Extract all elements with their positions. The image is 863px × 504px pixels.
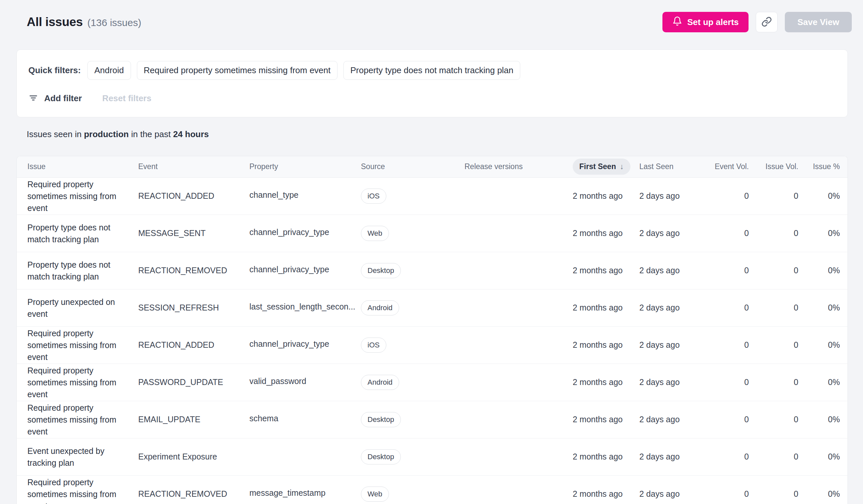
property-label: channel_privacy_type [249,228,329,237]
column-header-issue-vol[interactable]: Issue Vol. [749,156,798,177]
issue-vol-value: 0 [794,303,798,312]
event-vol-value: 0 [744,303,749,312]
issue-pct-value: 0% [828,303,840,312]
last-seen-value: 2 days ago [639,452,679,461]
issue-vol-value: 0 [794,452,798,461]
issue-pct-cell: 0% [798,177,848,215]
event-vol-value: 0 [744,377,749,387]
property-cell: message_timestamp [249,475,361,504]
last-seen-cell: 2 days ago [631,289,689,326]
first-seen-cell: 2 months ago [573,252,631,289]
column-header-source[interactable]: Source [361,156,464,177]
property-label: channel_privacy_type [249,265,329,274]
table-row[interactable]: Required property sometimes missing from… [17,475,848,504]
source-cell: Web [361,215,464,252]
table-row[interactable]: Property type does not match tracking pl… [17,215,848,252]
issue-vol-cell: 0 [749,289,798,326]
reset-filters-button[interactable]: Reset filters [102,93,151,103]
event-vol-cell: 0 [689,438,749,475]
source-cell: Android [361,289,464,326]
issue-vol-cell: 0 [749,177,798,215]
event-vol-cell: 0 [689,289,749,326]
event-vol-cell: 0 [689,215,749,252]
first-seen-value: 2 months ago [573,191,623,201]
issue-pct-value: 0% [828,489,840,499]
release-versions-cell [464,252,573,289]
event-label: REACTION_ADDED [138,191,214,201]
first-seen-value: 2 months ago [573,452,623,461]
first-seen-cell: 2 months ago [573,289,631,326]
last-seen-cell: 2 days ago [631,215,689,252]
first-seen-cell: 2 months ago [573,177,631,215]
issue-label: Property unexpected on event [27,297,115,319]
issue-pct-value: 0% [828,266,840,275]
last-seen-cell: 2 days ago [631,475,689,504]
event-vol-cell: 0 [689,177,749,215]
column-header-property[interactable]: Property [249,156,361,177]
first-seen-cell: 2 months ago [573,475,631,504]
event-cell: REACTION_REMOVED [138,252,249,289]
first-seen-value: 2 months ago [573,377,623,387]
event-vol-cell: 0 [689,401,749,438]
table-row[interactable]: Event unexpected by tracking plan Experi… [17,438,848,475]
issue-label: Property type does not match tracking pl… [27,260,111,281]
source-badge: Android [361,300,399,315]
event-vol-cell: 0 [689,252,749,289]
issue-cell: Required property sometimes missing from… [17,475,138,504]
release-versions-cell [464,215,573,252]
source-badge: Desktop [361,449,401,464]
summary-middle: in the past [131,129,171,139]
event-label: EMAIL_UPDATE [138,415,200,424]
table-row[interactable]: Required property sometimes missing from… [17,177,848,215]
source-badge: Desktop [361,263,401,278]
column-header-release-versions[interactable]: Release versions [464,156,573,177]
release-versions-cell [464,364,573,401]
column-header-event-vol[interactable]: Event Vol. [689,156,749,177]
first-seen-value: 2 months ago [573,303,623,312]
event-label: SESSION_REFRESH [138,303,219,312]
set-up-alerts-button[interactable]: Set up alerts [662,12,749,32]
issue-vol-cell: 0 [749,401,798,438]
issue-label: Required property sometimes missing from… [27,403,116,436]
column-header-issue-pct[interactable]: Issue % [798,156,848,177]
page-title: All issues [27,15,83,29]
source-badge: Desktop [361,412,401,427]
issue-cell: Property unexpected on event [17,289,138,326]
add-filter-button[interactable]: Add filter [28,93,82,104]
first-seen-value: 2 months ago [573,229,623,238]
save-view-button[interactable]: Save View [785,12,852,32]
copy-link-button[interactable] [756,12,778,32]
quick-filter-chip[interactable]: Property type does not match tracking pl… [343,61,520,80]
issue-pct-value: 0% [828,229,840,238]
quick-filter-chip[interactable]: Required property sometimes missing from… [137,61,337,80]
last-seen-cell: 2 days ago [631,401,689,438]
summary-prefix: Issues seen in [27,129,82,139]
column-header-issue[interactable]: Issue [17,156,138,177]
event-vol-value: 0 [744,266,749,275]
issue-pct-cell: 0% [798,438,848,475]
property-label: valid_password [249,376,306,386]
first-seen-cell: 2 months ago [573,215,631,252]
issue-label: Required property sometimes missing from… [27,328,116,362]
first-seen-value: 2 months ago [573,266,623,275]
summary-line: Issues seen in production in the past 24… [27,129,848,140]
issue-vol-value: 0 [794,340,798,349]
last-seen-cell: 2 days ago [631,438,689,475]
property-cell: channel_privacy_type [249,215,361,252]
event-label: MESSAGE_SENT [138,229,205,238]
table-row[interactable]: Required property sometimes missing from… [17,326,848,364]
table-row[interactable]: Property unexpected on event SESSION_REF… [17,289,848,326]
last-seen-value: 2 days ago [639,340,679,349]
table-row[interactable]: Required property sometimes missing from… [17,401,848,438]
table-row[interactable]: Property type does not match tracking pl… [17,252,848,289]
issue-vol-value: 0 [794,415,798,424]
quick-filter-chip[interactable]: Android [87,61,131,80]
property-label: schema [249,414,278,423]
column-header-event[interactable]: Event [138,156,249,177]
table-row[interactable]: Required property sometimes missing from… [17,364,848,401]
table-header-row: Issue Event Property Source Release vers… [17,156,848,177]
column-header-last-seen[interactable]: Last Seen [631,156,689,177]
property-label: message_timestamp [249,488,326,498]
column-header-first-seen[interactable]: First Seen ↓ [573,156,631,177]
event-vol-cell: 0 [689,475,749,504]
